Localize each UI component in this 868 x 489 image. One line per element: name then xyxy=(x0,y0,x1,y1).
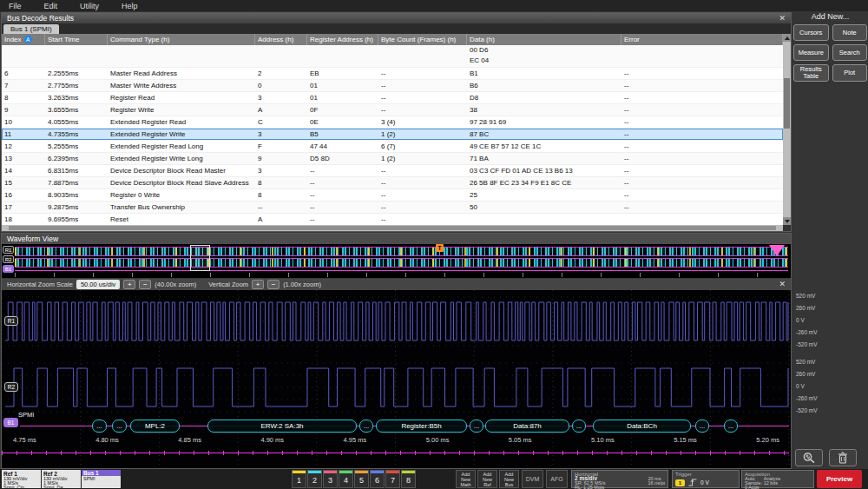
ref-badge[interactable]: Ref 1130 mV/div1 MS/sSpmi_Clo... xyxy=(2,470,41,488)
horizontal-scrollbar-thumb[interactable] xyxy=(9,226,776,230)
column-data[interactable]: Data (h) xyxy=(467,34,621,45)
column-byte-count[interactable]: Byte Count (Frames) (h) xyxy=(378,34,467,45)
pan-handle-icon[interactable] xyxy=(769,245,785,256)
table-row[interactable]: 72.7755msMaster Write Address001--B6-- xyxy=(2,80,783,92)
scroll-up-icon[interactable] xyxy=(783,34,791,42)
channel-8-button[interactable]: 8 xyxy=(401,470,416,488)
table-row[interactable]: 00 D6 EC 04 xyxy=(2,45,783,68)
table-cell: -- xyxy=(378,165,467,176)
note-button[interactable]: Note xyxy=(832,24,868,41)
overview-handle-b1[interactable]: B1 xyxy=(3,265,14,273)
trash-button[interactable] xyxy=(829,449,857,466)
scrollbar-track[interactable] xyxy=(783,42,791,217)
menu-help[interactable]: Help xyxy=(122,2,138,10)
h-zoom-scale-value[interactable]: 50.00 us/div xyxy=(76,280,120,289)
channel-5-button[interactable]: 5 xyxy=(354,470,369,488)
search-button[interactable]: Search xyxy=(832,44,868,61)
channel-number: 2 xyxy=(312,473,317,487)
table-cell: 6 xyxy=(2,68,45,79)
h-zoom-minus-button[interactable]: − xyxy=(139,280,151,289)
table-row[interactable]: 157.8875msDevice Descriptor Block Read S… xyxy=(2,177,783,189)
bus-handle-b1[interactable]: B1 xyxy=(3,418,18,427)
add-new-bus-button[interactable]: Add New Bus xyxy=(499,470,519,488)
column-register-address[interactable]: Register Address (h) xyxy=(307,34,378,45)
table-row[interactable]: 168.9035msRegister 0 Write8----25-- xyxy=(2,189,783,202)
table-row[interactable]: 114.7355msExtended Register Write3B51 (2… xyxy=(2,129,783,141)
table-row[interactable]: 62.2555msMaster Read Address2EB--B1-- xyxy=(2,68,783,80)
table-cell: -- xyxy=(255,202,307,213)
channel-4-button[interactable]: 4 xyxy=(339,470,353,488)
v-zoom-plus-button[interactable]: + xyxy=(252,280,264,289)
trace-handle-r2[interactable]: R2 xyxy=(4,382,18,392)
bus-badge-bottom[interactable]: Bus 1SPMI xyxy=(82,470,121,488)
table-row[interactable]: 125.2555msExtended Register Read LongF47… xyxy=(2,141,783,153)
table-row[interactable]: 146.8315msDevice Descriptor Block Read M… xyxy=(2,165,783,177)
table-cell: Extended Register Read xyxy=(108,116,255,128)
close-icon[interactable]: ✕ xyxy=(779,15,786,23)
zoom-search-button[interactable] xyxy=(795,449,823,466)
table-cell: Extended Register Write Long xyxy=(108,153,255,164)
column-address[interactable]: Address (h) xyxy=(255,34,307,45)
overview-handle-r1[interactable]: R1 xyxy=(3,246,14,254)
table-cell: 10 xyxy=(2,116,45,128)
horizontal-settings-panel[interactable]: Horizontal 2 ms/div 20 ms SR: 62.5 MS/s … xyxy=(571,470,668,488)
table-cell: 18 xyxy=(2,214,45,225)
table-row[interactable]: 189.6955msResetA---- xyxy=(2,214,783,225)
channel-7-button[interactable]: 7 xyxy=(385,470,400,488)
h-zoom-plus-button[interactable]: + xyxy=(123,280,135,289)
add-new-math-button[interactable]: Add New Math xyxy=(456,470,476,488)
table-row[interactable]: 93.6555msRegister WriteA0F--38-- xyxy=(2,104,783,116)
zoomed-waveform-area[interactable]: R1 R2 SPMI B1 ......MPL:2ERW:2 SA:3h...R… xyxy=(2,290,791,468)
channel-3-button[interactable]: 3 xyxy=(323,470,338,488)
channel-1-button[interactable]: 1 xyxy=(292,470,306,488)
preview-button[interactable]: Preview xyxy=(817,470,862,488)
column-error[interactable]: Error xyxy=(621,34,783,45)
bus-decode-box: ... xyxy=(112,420,127,433)
column-index[interactable]: Index A xyxy=(2,34,45,45)
afg-button[interactable]: AFG xyxy=(546,470,568,488)
vertical-scrollbar[interactable] xyxy=(783,34,791,225)
results-table-button[interactable]: Results Table xyxy=(793,64,829,82)
zoom-close-icon[interactable]: ✕ xyxy=(779,281,786,288)
table-cell: -- xyxy=(621,165,783,176)
channel-6-button[interactable]: 6 xyxy=(370,470,385,488)
trigger-position-marker[interactable]: T xyxy=(436,244,444,252)
channel-2-button[interactable]: 2 xyxy=(307,470,322,488)
measure-button[interactable]: Measure xyxy=(793,44,829,61)
menu-file[interactable]: File xyxy=(9,2,22,10)
menu-utility[interactable]: Utility xyxy=(80,2,99,10)
plot-button[interactable]: Plot xyxy=(832,64,868,82)
table-cell: 03 C3 CF FD 01 AD CE 13 B6 13 xyxy=(467,165,621,176)
scrollbar-thumb[interactable] xyxy=(784,78,790,129)
dvm-button[interactable]: DVM xyxy=(522,470,543,488)
menu-edit[interactable]: Edit xyxy=(44,2,58,10)
trigger-settings-panel[interactable]: Trigger 1 0 V xyxy=(672,470,740,488)
table-row[interactable]: 179.2875msTransfer Bus Ownership------50… xyxy=(2,202,783,214)
time-label: 5.15 ms xyxy=(674,436,697,444)
overview-handle-r2[interactable]: R2 xyxy=(3,255,14,263)
results-tab-row: Bus 1 (SPMI) xyxy=(2,23,791,34)
table-cell: 8 xyxy=(255,189,307,201)
trace-handle-r1[interactable]: R1 xyxy=(4,316,18,326)
table-row[interactable]: 104.0555msExtended Register ReadC0E3 (4)… xyxy=(2,116,783,129)
table-cell: 50 xyxy=(467,202,621,213)
table-cell: 16 xyxy=(2,189,45,201)
column-start-time[interactable]: Start Time xyxy=(45,34,108,45)
tab-bus1-spmi[interactable]: Bus 1 (SPMI) xyxy=(3,24,59,34)
ref-badge[interactable]: Ref 2130 mV/div1 MS/sSpmi_Da... xyxy=(42,470,81,488)
v-zoom-minus-button[interactable]: − xyxy=(267,280,279,289)
table-row[interactable]: 136.2395msExtended Register Write Long9D… xyxy=(2,153,783,165)
acquisition-settings-panel[interactable]: Acquisition Auto, Analyze Sample: 12 bit… xyxy=(741,470,814,488)
record-overview[interactable]: R1 R2 B1 T xyxy=(2,244,791,279)
table-row[interactable]: 83.2635msRegister Read301--D8-- xyxy=(2,92,783,104)
column-command-type[interactable]: Command Type (h) xyxy=(108,34,255,45)
table-cell: EB xyxy=(307,68,378,79)
bus-decode-box: Data:BCh xyxy=(593,420,691,433)
time-axis: 4.75 ms4.80 ms4.85 ms4.90 ms4.95 ms5.00 … xyxy=(2,436,791,444)
horizontal-scrollbar[interactable] xyxy=(2,225,783,231)
sort-ascending-icon[interactable]: A xyxy=(24,36,32,43)
add-new-ref-button[interactable]: Add New Ref xyxy=(477,470,497,488)
zoom-window-selector[interactable] xyxy=(190,245,210,271)
scroll-down-icon[interactable] xyxy=(783,217,791,225)
cursors-button[interactable]: Cursors xyxy=(793,24,829,41)
